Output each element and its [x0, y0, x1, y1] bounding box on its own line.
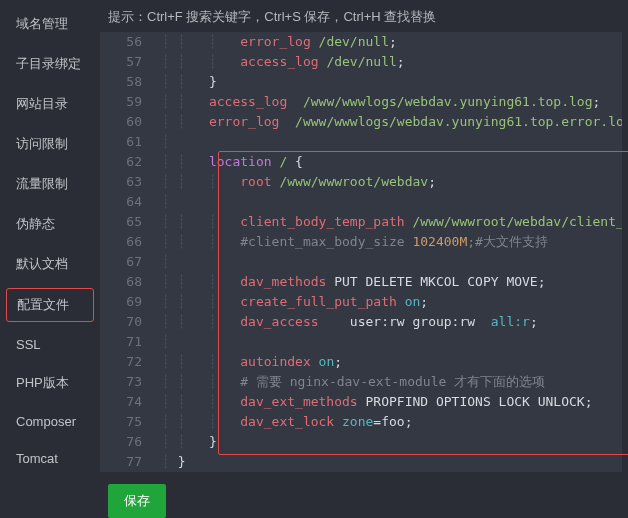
sidebar-item-1[interactable]: 子目录绑定: [0, 44, 100, 84]
sidebar-item-6[interactable]: 默认文档: [0, 244, 100, 284]
sidebar-item-4[interactable]: 流量限制: [0, 164, 100, 204]
sidebar-item-2[interactable]: 网站目录: [0, 84, 100, 124]
sidebar-item-10[interactable]: Composer: [0, 403, 100, 440]
line-gutter: 5657585960616263646566676869707172737475…: [100, 32, 152, 472]
sidebar-item-5[interactable]: 伪静态: [0, 204, 100, 244]
sidebar-item-11[interactable]: Tomcat: [0, 440, 100, 477]
sidebar-item-3[interactable]: 访问限制: [0, 124, 100, 164]
save-button[interactable]: 保存: [108, 484, 166, 518]
sidebar: 域名管理子目录绑定网站目录访问限制流量限制伪静态默认文档配置文件SSLPHP版本…: [0, 0, 100, 518]
sidebar-item-9[interactable]: PHP版本: [0, 363, 100, 403]
sidebar-item-0[interactable]: 域名管理: [0, 4, 100, 44]
main-pane: 提示：Ctrl+F 搜索关键字，Ctrl+S 保存，Ctrl+H 查找替换 56…: [100, 0, 628, 518]
sidebar-item-8[interactable]: SSL: [0, 326, 100, 363]
hint-text: 提示：Ctrl+F 搜索关键字，Ctrl+S 保存，Ctrl+H 查找替换: [100, 0, 628, 32]
code-editor[interactable]: 5657585960616263646566676869707172737475…: [100, 32, 622, 472]
sidebar-item-7[interactable]: 配置文件: [6, 288, 94, 322]
code-body[interactable]: ┊ ┊ ┊ error_log /dev/null;┊ ┊ ┊ access_l…: [100, 32, 622, 472]
